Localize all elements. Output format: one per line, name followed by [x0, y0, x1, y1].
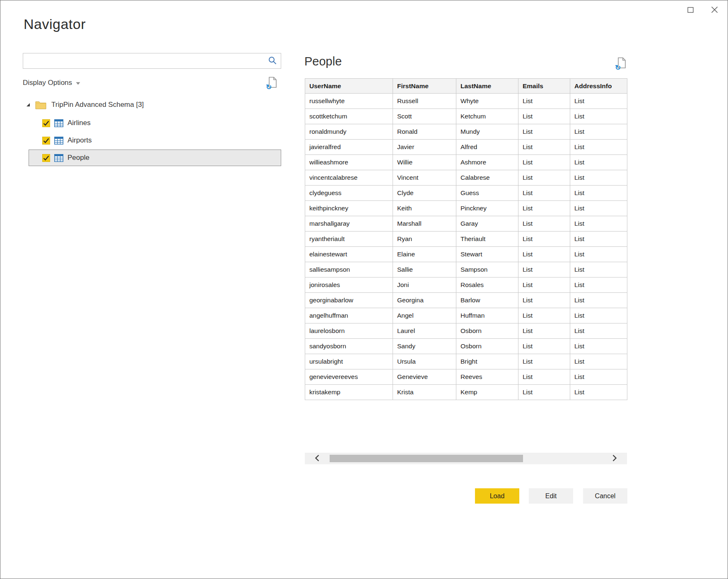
- table-cell: keithpinckney: [305, 201, 393, 216]
- table-cell: List: [570, 170, 627, 186]
- scroll-left-button[interactable]: [308, 453, 326, 464]
- load-button[interactable]: Load: [475, 488, 519, 504]
- table-row: keithpinckneyKeithPinckneyListList: [305, 201, 627, 216]
- table-header-row: UserNameFirstNameLastNameEmailsAddressIn…: [305, 79, 627, 94]
- table-cell: Kemp: [456, 385, 518, 400]
- table-cell: Osborn: [456, 323, 518, 339]
- table-cell: List: [518, 369, 570, 385]
- table-cell: List: [570, 186, 627, 201]
- table-cell: laurelosborn: [305, 323, 393, 339]
- window-controls: [683, 4, 722, 17]
- preview-title: People: [304, 55, 342, 68]
- table-row: clydeguessClydeGuessListList: [305, 186, 627, 201]
- table-cell: Willie: [393, 155, 456, 170]
- search-input[interactable]: [23, 53, 264, 68]
- table-cell: List: [570, 277, 627, 293]
- table-cell: List: [518, 232, 570, 247]
- search-button[interactable]: [264, 53, 281, 68]
- table-cell: marshallgaray: [305, 216, 393, 232]
- table-cell: Alfred: [456, 140, 518, 155]
- table-cell: Huffman: [456, 308, 518, 323]
- table-cell: List: [518, 155, 570, 170]
- refresh-tree-button[interactable]: ↻: [267, 77, 278, 89]
- scrollbar-thumb[interactable]: [330, 455, 523, 462]
- scroll-right-button[interactable]: [605, 453, 624, 464]
- table-cell: salliesampson: [305, 262, 393, 277]
- table-cell: List: [518, 308, 570, 323]
- table-cell: Stewart: [456, 247, 518, 262]
- table-cell: Bright: [456, 354, 518, 369]
- close-icon: [711, 6, 718, 14]
- horizontal-scrollbar[interactable]: [305, 453, 627, 464]
- table-cell: Rosales: [456, 277, 518, 293]
- table-cell: Whyte: [456, 94, 518, 109]
- tree-item-airports[interactable]: Airports: [29, 132, 281, 149]
- table-cell: List: [518, 277, 570, 293]
- table-cell: angelhuffman: [305, 308, 393, 323]
- chevron-right-icon: [612, 454, 617, 463]
- table-cell: List: [570, 94, 627, 109]
- table-cell: List: [518, 293, 570, 308]
- airlines-checkbox[interactable]: [42, 119, 50, 127]
- table-row: salliesampsonSallieSampsonListList: [305, 262, 627, 277]
- column-header: UserName: [305, 79, 393, 94]
- close-button[interactable]: [707, 4, 722, 17]
- table-cell: List: [518, 323, 570, 339]
- refresh-preview-button[interactable]: ↻: [616, 57, 627, 70]
- edit-button[interactable]: Edit: [529, 488, 573, 504]
- tree-root-trippin[interactable]: TripPin Advanced Schema [3]: [23, 96, 281, 114]
- search-icon: [268, 56, 277, 66]
- folder-icon: [35, 101, 46, 109]
- table-cell: Scott: [393, 109, 456, 124]
- table-cell: List: [570, 155, 627, 170]
- table-cell: willieashmore: [305, 155, 393, 170]
- table-cell: Osborn: [456, 339, 518, 354]
- table-cell: Georgina: [393, 293, 456, 308]
- table-cell: Ronald: [393, 124, 456, 140]
- table-cell: ryantheriault: [305, 232, 393, 247]
- table-cell: Keith: [393, 201, 456, 216]
- tree-item-airlines[interactable]: Airlines: [29, 115, 281, 131]
- preview-table: UserNameFirstNameLastNameEmailsAddressIn…: [305, 78, 627, 400]
- tree-item-people[interactable]: People: [29, 150, 281, 166]
- maximize-button[interactable]: [683, 4, 698, 17]
- chevron-left-icon: [315, 454, 320, 463]
- table-cell: List: [518, 247, 570, 262]
- table-cell: Genevieve: [393, 369, 456, 385]
- airports-checkbox[interactable]: [42, 137, 50, 145]
- table-cell: Theriault: [456, 232, 518, 247]
- table-row: ryantheriaultRyanTheriaultListList: [305, 232, 627, 247]
- table-cell: Sampson: [456, 262, 518, 277]
- table-row: willieashmoreWillieAshmoreListList: [305, 155, 627, 170]
- table-cell: List: [518, 186, 570, 201]
- chevron-down-icon: [76, 79, 80, 87]
- table-cell: List: [518, 124, 570, 140]
- table-cell: clydeguess: [305, 186, 393, 201]
- table-icon: [54, 137, 63, 145]
- table-row: vincentcalabreseVincentCalabreseListList: [305, 170, 627, 186]
- table-cell: List: [570, 216, 627, 232]
- page-title: Navigator: [24, 16, 86, 32]
- table-cell: Russell: [393, 94, 456, 109]
- navigator-dialog: Navigator Display Options: [0, 0, 728, 579]
- display-options-dropdown[interactable]: Display Options: [23, 77, 80, 88]
- table-cell: georginabarlow: [305, 293, 393, 308]
- expanded-triangle-icon[interactable]: [26, 103, 30, 107]
- table-cell: Clyde: [393, 186, 456, 201]
- table-cell: List: [570, 124, 627, 140]
- table-cell: List: [570, 262, 627, 277]
- table-cell: List: [570, 385, 627, 400]
- table-row: jonirosalesJoniRosalesListList: [305, 277, 627, 293]
- table-cell: List: [518, 201, 570, 216]
- people-checkbox[interactable]: [42, 154, 50, 162]
- table-cell: Calabrese: [456, 170, 518, 186]
- cancel-button[interactable]: Cancel: [583, 488, 627, 504]
- table-cell: List: [570, 308, 627, 323]
- table-cell: List: [570, 140, 627, 155]
- table-cell: List: [518, 216, 570, 232]
- table-cell: List: [570, 323, 627, 339]
- table-cell: Ashmore: [456, 155, 518, 170]
- table-cell: Marshall: [393, 216, 456, 232]
- table-cell: javieralfred: [305, 140, 393, 155]
- table-row: georginabarlowGeorginaBarlowListList: [305, 293, 627, 308]
